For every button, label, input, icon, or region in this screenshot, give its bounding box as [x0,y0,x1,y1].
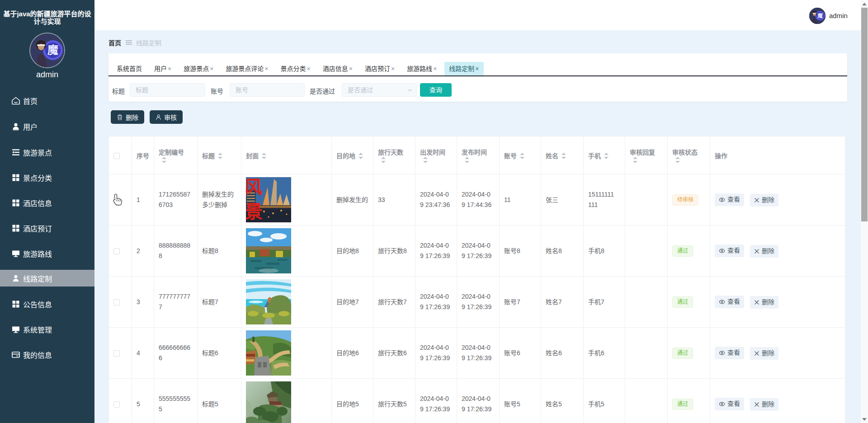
svg-text:魔: 魔 [47,44,58,56]
svg-text:风: 风 [246,177,262,197]
svg-text:魔: 魔 [817,13,823,19]
svg-text:景: 景 [246,202,263,221]
